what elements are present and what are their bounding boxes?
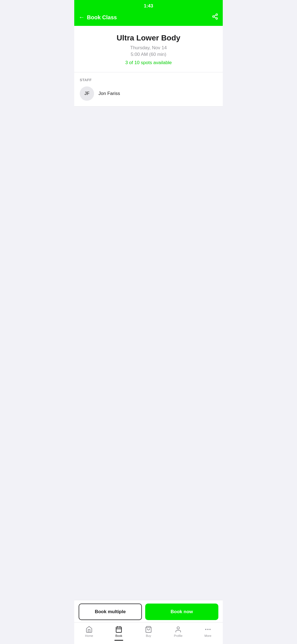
tab-buy-label: Buy xyxy=(146,634,151,637)
svg-point-10 xyxy=(177,627,180,629)
share-icon xyxy=(212,13,218,20)
tab-book-label: Book xyxy=(115,634,122,637)
tab-profile[interactable]: Profile xyxy=(163,625,193,638)
svg-line-4 xyxy=(214,15,216,16)
status-bar: 1:43 xyxy=(74,0,223,11)
staff-item: JF Jon Fariss xyxy=(80,86,217,101)
tab-bar: Home Book Buy Profile More xyxy=(74,622,223,644)
book-icon xyxy=(115,626,122,633)
empty-content-area xyxy=(74,107,223,600)
svg-line-3 xyxy=(214,17,216,18)
tab-more-label: More xyxy=(204,634,211,637)
book-multiple-button[interactable]: Book multiple xyxy=(79,604,142,620)
nav-bar: ← Book Class xyxy=(74,11,223,26)
back-arrow-icon: ← xyxy=(79,14,85,21)
class-spots: 3 of 10 spots available xyxy=(80,60,217,66)
book-now-button[interactable]: Book now xyxy=(145,604,218,620)
class-time: 5:00 AM (60 min) xyxy=(80,52,217,57)
svg-point-11 xyxy=(205,629,206,630)
staff-avatar: JF xyxy=(80,86,94,101)
back-button[interactable]: ← Book Class xyxy=(79,14,117,21)
staff-section: STAFF JF Jon Fariss xyxy=(74,72,223,107)
share-button[interactable] xyxy=(212,13,218,21)
svg-rect-5 xyxy=(116,627,122,632)
class-title: Ultra Lower Body xyxy=(80,34,217,42)
tab-profile-label: Profile xyxy=(174,634,182,637)
action-buttons: Book multiple Book now xyxy=(74,600,223,622)
class-date: Thursday, Nov 14 xyxy=(80,45,217,51)
svg-point-12 xyxy=(207,629,208,630)
tab-home-label: Home xyxy=(85,634,93,637)
profile-icon xyxy=(175,626,182,633)
home-icon xyxy=(86,626,93,633)
tab-home[interactable]: Home xyxy=(74,625,104,638)
buy-icon xyxy=(145,626,152,633)
svg-point-13 xyxy=(209,629,210,630)
more-icon xyxy=(204,626,211,633)
tab-more[interactable]: More xyxy=(193,625,223,638)
status-time: 1:43 xyxy=(144,3,153,9)
tab-buy[interactable]: Buy xyxy=(134,625,163,638)
staff-label: STAFF xyxy=(80,78,217,82)
class-header: Ultra Lower Body Thursday, Nov 14 5:00 A… xyxy=(74,26,223,72)
tab-book[interactable]: Book xyxy=(104,625,134,638)
nav-title: Book Class xyxy=(87,14,117,21)
staff-name: Jon Fariss xyxy=(98,91,120,96)
